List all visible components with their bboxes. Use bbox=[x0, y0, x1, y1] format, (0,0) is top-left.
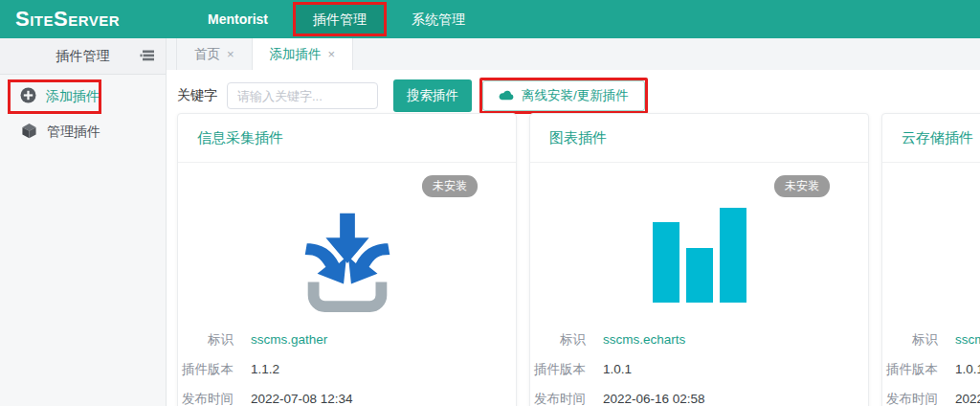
plugin-search-row: 关键字 搜索插件 离线安装/更新插件 bbox=[177, 78, 648, 114]
tabbar: 首页 × 添加插件 × bbox=[167, 38, 980, 70]
field-value: 1.0.1 bbox=[955, 362, 980, 376]
field-label: 标识 bbox=[882, 331, 938, 349]
card-header: 云存储插件 bbox=[882, 114, 980, 163]
plugin-card-gather: 信息采集插件 未安装 bbox=[177, 113, 517, 406]
sidebar: 插件管理 添加插件 bbox=[0, 38, 167, 406]
plugin-card-echarts: 图表插件 未安装 标识 sscms.echarts bbox=[529, 113, 869, 406]
field-label: 发布时间 bbox=[178, 391, 234, 406]
card-body: 未安装 标识 s bbox=[178, 163, 516, 406]
field-value: 1.1.2 bbox=[251, 362, 279, 376]
field-label: 标识 bbox=[178, 331, 234, 349]
plugin-cards: 信息采集插件 未安装 bbox=[177, 113, 980, 406]
nav-item-system-management[interactable]: 系统管理 bbox=[389, 0, 488, 38]
nav-item-plugin-management[interactable]: 插件管理 bbox=[293, 2, 387, 36]
field-value: 2022-07-08 12:34 bbox=[251, 392, 353, 406]
plugin-title[interactable]: 信息采集插件 bbox=[197, 129, 283, 147]
field-row: 插件版本 1.0.1 bbox=[882, 361, 980, 378]
logo-part: ITE bbox=[30, 12, 54, 29]
tab-label: 添加插件 bbox=[270, 46, 322, 63]
field-row: 发布时间 2022-06-16 02:58 bbox=[530, 391, 868, 406]
field-value: 2022 bbox=[955, 392, 980, 406]
siteserver-admin-screen: SITESERVER Mentorist 插件管理 系统管理 插件管理 bbox=[0, 0, 980, 406]
plugin-fields: 标识 sscms 插件版本 1.0.1 发布时间 2022 bbox=[882, 331, 980, 406]
plugin-id-link[interactable]: sscms.echarts bbox=[603, 332, 685, 347]
nav-item-mentorist[interactable]: Mentorist bbox=[185, 0, 291, 38]
field-label: 插件版本 bbox=[882, 361, 938, 378]
top-nav-menu: Mentorist 插件管理 系统管理 bbox=[185, 0, 488, 38]
offline-install-button[interactable]: 离线安装/更新插件 bbox=[482, 80, 645, 111]
logo-part: S bbox=[15, 7, 30, 31]
top-navbar: SITESERVER Mentorist 插件管理 系统管理 bbox=[0, 0, 980, 38]
sidebar-item-label: 管理插件 bbox=[47, 124, 100, 141]
field-value: 2022-06-16 02:58 bbox=[603, 392, 705, 406]
field-row: 发布时间 2022 bbox=[882, 391, 980, 406]
close-icon[interactable]: × bbox=[227, 47, 234, 61]
logo-part: ERVER bbox=[68, 12, 120, 29]
cube-icon bbox=[21, 123, 37, 142]
field-row: 插件版本 1.0.1 bbox=[530, 361, 868, 378]
keyword-label: 关键字 bbox=[177, 87, 217, 104]
status-badge: 未安装 bbox=[422, 175, 478, 197]
field-row: 标识 sscms.gather bbox=[178, 331, 516, 349]
field-row: 插件版本 1.1.2 bbox=[178, 361, 516, 378]
plugin-fields: 标识 sscms.gather 插件版本 1.1.2 发布时间 2022-07-… bbox=[178, 331, 516, 406]
plugin-id-link[interactable]: sscms.gather bbox=[251, 332, 327, 347]
keyword-input[interactable] bbox=[227, 82, 378, 109]
card-header: 信息采集插件 bbox=[178, 114, 516, 163]
siteserver-logo: SITESERVER bbox=[0, 7, 166, 32]
field-label: 发布时间 bbox=[530, 391, 586, 406]
sidebar-item-manage-plugin[interactable]: 管理插件 bbox=[0, 114, 166, 150]
field-row: 标识 sscms bbox=[882, 331, 980, 349]
close-icon[interactable]: × bbox=[328, 47, 336, 61]
annotation-box-offline: 离线安装/更新插件 bbox=[479, 78, 648, 114]
field-label: 插件版本 bbox=[178, 361, 234, 378]
collapse-menu-icon[interactable] bbox=[140, 48, 156, 66]
search-plugin-button[interactable]: 搜索插件 bbox=[393, 79, 472, 112]
field-label: 插件版本 bbox=[530, 361, 586, 378]
tab-home[interactable]: 首页 × bbox=[176, 38, 253, 70]
plugin-card-cloud: 云存储插件 标识 sscms 插件版本 1.0.1 发布时间 bbox=[881, 113, 980, 406]
offline-install-label: 离线安装/更新插件 bbox=[522, 87, 629, 104]
field-row: 标识 sscms.echarts bbox=[530, 331, 868, 349]
field-row: 发布时间 2022-07-08 12:34 bbox=[178, 391, 516, 406]
field-value: 1.0.1 bbox=[603, 362, 632, 376]
card-header: 图表插件 bbox=[530, 114, 868, 163]
tab-add-plugin[interactable]: 添加插件 × bbox=[253, 38, 354, 70]
tab-label: 首页 bbox=[194, 46, 220, 63]
plugin-title[interactable]: 图表插件 bbox=[549, 129, 607, 147]
main-content: 关键字 搜索插件 离线安装/更新插件 信息采集插件 bbox=[167, 70, 980, 406]
field-label: 标识 bbox=[530, 331, 586, 349]
cloud-icon bbox=[499, 89, 514, 103]
plugin-fields: 标识 sscms.echarts 插件版本 1.0.1 发布时间 2022-06… bbox=[530, 331, 868, 406]
plus-circle-icon bbox=[20, 87, 36, 106]
card-body: 未安装 标识 sscms.echarts bbox=[530, 163, 868, 406]
field-label: 发布时间 bbox=[882, 391, 938, 406]
sidebar-item-label: 添加插件 bbox=[46, 88, 100, 105]
gather-icon bbox=[291, 201, 404, 318]
sidebar-item-add-plugin[interactable]: 添加插件 bbox=[8, 79, 101, 114]
sidebar-title: 插件管理 bbox=[56, 48, 110, 65]
status-badge: 未安装 bbox=[774, 175, 830, 197]
plugin-id-link[interactable]: sscms bbox=[955, 332, 980, 347]
card-body: 标识 sscms 插件版本 1.0.1 发布时间 2022 bbox=[882, 163, 980, 406]
sidebar-header: 插件管理 bbox=[0, 38, 166, 75]
logo-part: S bbox=[54, 7, 68, 31]
plugin-title[interactable]: 云存储插件 bbox=[902, 129, 973, 147]
bar-chart-icon bbox=[652, 207, 747, 306]
